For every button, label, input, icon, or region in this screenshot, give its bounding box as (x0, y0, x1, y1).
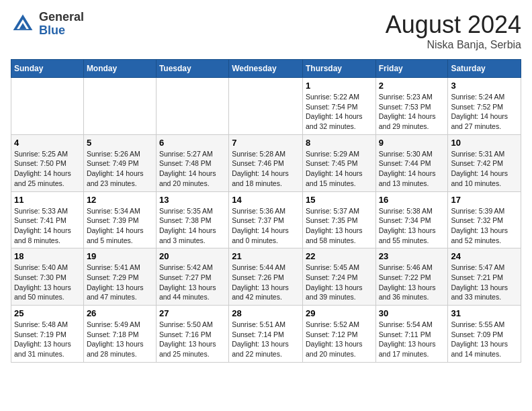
day-number: 5 (87, 138, 153, 148)
day-info: Sunrise: 5:47 AM Sunset: 7:21 PM Dayligh… (451, 263, 518, 302)
weekday-header-thursday: Thursday (302, 60, 375, 78)
day-info: Sunrise: 5:40 AM Sunset: 7:30 PM Dayligh… (14, 263, 81, 302)
day-number: 4 (14, 138, 81, 148)
day-info: Sunrise: 5:23 AM Sunset: 7:53 PM Dayligh… (379, 92, 445, 132)
day-number: 9 (379, 138, 445, 148)
month-title: August 2024 (386, 11, 521, 39)
calendar-cell: 20Sunrise: 5:42 AM Sunset: 7:27 PM Dayli… (156, 248, 228, 306)
calendar-cell: 16Sunrise: 5:38 AM Sunset: 7:34 PM Dayli… (375, 191, 448, 248)
weekday-header-wednesday: Wednesday (229, 60, 303, 78)
calendar-cell: 4Sunrise: 5:25 AM Sunset: 7:50 PM Daylig… (11, 134, 84, 191)
day-info: Sunrise: 5:55 AM Sunset: 7:09 PM Dayligh… (451, 320, 518, 359)
day-number: 23 (379, 251, 445, 261)
day-info: Sunrise: 5:41 AM Sunset: 7:29 PM Dayligh… (87, 263, 153, 302)
day-info: Sunrise: 5:29 AM Sunset: 7:45 PM Dayligh… (306, 149, 373, 189)
day-number: 12 (87, 195, 153, 205)
day-info: Sunrise: 5:31 AM Sunset: 7:42 PM Dayligh… (451, 149, 518, 189)
day-info: Sunrise: 5:48 AM Sunset: 7:19 PM Dayligh… (14, 320, 81, 359)
day-info: Sunrise: 5:33 AM Sunset: 7:41 PM Dayligh… (14, 206, 81, 246)
week-row-2: 4Sunrise: 5:25 AM Sunset: 7:50 PM Daylig… (11, 134, 521, 191)
day-number: 11 (14, 195, 81, 205)
logo-general-text: General (39, 10, 84, 24)
day-info: Sunrise: 5:52 AM Sunset: 7:12 PM Dayligh… (306, 320, 373, 359)
weekday-header-tuesday: Tuesday (156, 60, 228, 78)
day-info: Sunrise: 5:28 AM Sunset: 7:46 PM Dayligh… (232, 149, 300, 189)
day-info: Sunrise: 5:49 AM Sunset: 7:18 PM Dayligh… (87, 320, 153, 359)
day-number: 3 (451, 81, 518, 91)
day-number: 1 (306, 81, 373, 91)
calendar-cell (156, 78, 228, 135)
calendar-cell: 13Sunrise: 5:35 AM Sunset: 7:38 PM Dayli… (156, 191, 228, 248)
day-info: Sunrise: 5:24 AM Sunset: 7:52 PM Dayligh… (451, 92, 518, 132)
weekday-header-monday: Monday (83, 60, 156, 78)
day-number: 2 (379, 81, 445, 91)
weekday-header-saturday: Saturday (448, 60, 521, 78)
calendar-cell: 22Sunrise: 5:45 AM Sunset: 7:24 PM Dayli… (302, 248, 375, 306)
day-info: Sunrise: 5:39 AM Sunset: 7:32 PM Dayligh… (451, 206, 518, 246)
calendar-cell: 28Sunrise: 5:51 AM Sunset: 7:14 PM Dayli… (229, 306, 303, 363)
day-number: 13 (159, 195, 226, 205)
calendar-cell: 30Sunrise: 5:54 AM Sunset: 7:11 PM Dayli… (375, 306, 448, 363)
calendar-cell: 27Sunrise: 5:50 AM Sunset: 7:16 PM Dayli… (156, 306, 228, 363)
calendar-cell: 15Sunrise: 5:37 AM Sunset: 7:35 PM Dayli… (302, 191, 375, 248)
day-info: Sunrise: 5:46 AM Sunset: 7:22 PM Dayligh… (379, 263, 445, 302)
calendar-cell: 21Sunrise: 5:44 AM Sunset: 7:26 PM Dayli… (229, 248, 303, 306)
day-number: 18 (14, 251, 81, 261)
day-number: 15 (306, 195, 373, 205)
day-number: 26 (87, 308, 153, 318)
calendar-cell (83, 78, 156, 135)
day-info: Sunrise: 5:50 AM Sunset: 7:16 PM Dayligh… (159, 320, 226, 359)
calendar-cell: 2Sunrise: 5:23 AM Sunset: 7:53 PM Daylig… (375, 78, 448, 135)
day-number: 19 (87, 251, 153, 261)
calendar-cell: 31Sunrise: 5:55 AM Sunset: 7:09 PM Dayli… (448, 306, 521, 363)
day-number: 7 (232, 138, 300, 148)
calendar-cell: 10Sunrise: 5:31 AM Sunset: 7:42 PM Dayli… (448, 134, 521, 191)
weekday-header-row: SundayMondayTuesdayWednesdayThursdayFrid… (11, 60, 521, 78)
logo-icon (11, 12, 35, 36)
week-row-4: 18Sunrise: 5:40 AM Sunset: 7:30 PM Dayli… (11, 248, 521, 306)
day-info: Sunrise: 5:22 AM Sunset: 7:54 PM Dayligh… (306, 92, 373, 132)
calendar-cell: 24Sunrise: 5:47 AM Sunset: 7:21 PM Dayli… (448, 248, 521, 306)
calendar-cell (229, 78, 303, 135)
day-number: 31 (451, 308, 518, 318)
day-number: 29 (306, 308, 373, 318)
day-info: Sunrise: 5:45 AM Sunset: 7:24 PM Dayligh… (306, 263, 373, 302)
calendar-cell: 17Sunrise: 5:39 AM Sunset: 7:32 PM Dayli… (448, 191, 521, 248)
weekday-header-sunday: Sunday (11, 60, 84, 78)
day-number: 10 (451, 138, 518, 148)
logo: General Blue (11, 11, 84, 38)
day-info: Sunrise: 5:42 AM Sunset: 7:27 PM Dayligh… (159, 263, 226, 302)
calendar-cell: 7Sunrise: 5:28 AM Sunset: 7:46 PM Daylig… (229, 134, 303, 191)
day-info: Sunrise: 5:54 AM Sunset: 7:11 PM Dayligh… (379, 320, 445, 359)
day-number: 14 (232, 195, 300, 205)
day-number: 21 (232, 251, 300, 261)
day-number: 27 (159, 308, 226, 318)
calendar-cell: 11Sunrise: 5:33 AM Sunset: 7:41 PM Dayli… (11, 191, 84, 248)
day-info: Sunrise: 5:35 AM Sunset: 7:38 PM Dayligh… (159, 206, 226, 246)
day-info: Sunrise: 5:38 AM Sunset: 7:34 PM Dayligh… (379, 206, 445, 246)
calendar-cell: 9Sunrise: 5:30 AM Sunset: 7:44 PM Daylig… (375, 134, 448, 191)
week-row-1: 1Sunrise: 5:22 AM Sunset: 7:54 PM Daylig… (11, 78, 521, 135)
day-number: 17 (451, 195, 518, 205)
day-number: 28 (232, 308, 300, 318)
logo-blue-text: Blue (39, 24, 65, 37)
day-info: Sunrise: 5:34 AM Sunset: 7:39 PM Dayligh… (87, 206, 153, 246)
calendar-cell: 3Sunrise: 5:24 AM Sunset: 7:52 PM Daylig… (448, 78, 521, 135)
calendar-cell: 5Sunrise: 5:26 AM Sunset: 7:49 PM Daylig… (83, 134, 156, 191)
calendar-cell: 23Sunrise: 5:46 AM Sunset: 7:22 PM Dayli… (375, 248, 448, 306)
calendar-cell: 19Sunrise: 5:41 AM Sunset: 7:29 PM Dayli… (83, 248, 156, 306)
calendar-cell: 14Sunrise: 5:36 AM Sunset: 7:37 PM Dayli… (229, 191, 303, 248)
day-info: Sunrise: 5:30 AM Sunset: 7:44 PM Dayligh… (379, 149, 445, 189)
day-number: 16 (379, 195, 445, 205)
day-info: Sunrise: 5:26 AM Sunset: 7:49 PM Dayligh… (87, 149, 153, 189)
calendar-cell: 6Sunrise: 5:27 AM Sunset: 7:48 PM Daylig… (156, 134, 228, 191)
week-row-3: 11Sunrise: 5:33 AM Sunset: 7:41 PM Dayli… (11, 191, 521, 248)
day-info: Sunrise: 5:51 AM Sunset: 7:14 PM Dayligh… (232, 320, 300, 359)
day-number: 20 (159, 251, 226, 261)
day-number: 6 (159, 138, 226, 148)
calendar-cell: 18Sunrise: 5:40 AM Sunset: 7:30 PM Dayli… (11, 248, 84, 306)
location-title: Niska Banja, Serbia (386, 39, 521, 51)
calendar-table: SundayMondayTuesdayWednesdayThursdayFrid… (11, 59, 521, 363)
calendar-cell: 25Sunrise: 5:48 AM Sunset: 7:19 PM Dayli… (11, 306, 84, 363)
day-number: 22 (306, 251, 373, 261)
